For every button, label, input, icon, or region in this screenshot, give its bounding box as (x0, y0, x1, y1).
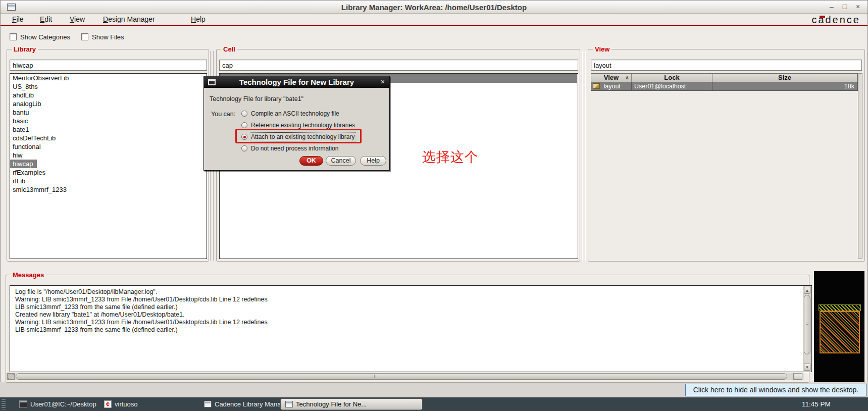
log-line: Created new library "bate1" at /home/Use… (15, 311, 800, 319)
library-item[interactable]: MentorObserverLib (10, 74, 207, 82)
window-icon (204, 401, 212, 407)
library-item[interactable]: ahdlLib (10, 91, 207, 99)
dialog-prompt: You can: (211, 111, 235, 118)
maximize-button[interactable]: □ (840, 2, 849, 12)
titlebar[interactable]: Library Manager: WorkArea: /home/User01/… (1, 1, 867, 14)
cancel-button[interactable]: Cancel (326, 156, 356, 166)
messages-log: Log file is "/home/User01/Desktop/libMan… (10, 285, 812, 372)
log-line: LIB smic13mmrf_1233 from the same file (… (15, 326, 800, 334)
scroll-up-icon[interactable]: ▲ (804, 287, 810, 294)
resize-grip-icon[interactable] (7, 373, 15, 380)
log-line: Warning: LIB smic13mmrf_1233 from File /… (15, 319, 800, 326)
view-panel-title: View (593, 45, 611, 53)
menu-help[interactable]: Help (191, 15, 206, 23)
view-size: 18k (712, 82, 857, 90)
menu-edit[interactable]: Edit (40, 15, 52, 23)
window-icon (285, 401, 293, 407)
library-item[interactable]: functional (10, 142, 207, 151)
library-item[interactable]: bate1 (10, 125, 207, 134)
cadence-logo: cadence (811, 14, 860, 26)
library-item[interactable]: cdsDefTechLib (10, 134, 207, 142)
messages-panel: Messages Log file is "/home/User01/Deskt… (6, 275, 809, 383)
scroll-down-icon[interactable]: ▼ (804, 364, 810, 371)
dialog-title: Technology File for New Library (204, 78, 389, 86)
radio-icon[interactable] (241, 145, 247, 151)
menu-design-manager[interactable]: Design Manager (103, 15, 155, 23)
library-item-selected[interactable]: hiwcap (10, 160, 37, 168)
cell-filter-input[interactable] (219, 60, 578, 71)
taskbar: User01@IC:~/Desktop ¢ virtuoso Cadence L… (0, 397, 868, 411)
library-filter-input[interactable] (10, 60, 207, 71)
ok-button[interactable]: OK (299, 156, 323, 166)
desktop: Library Manager: WorkArea: /home/User01/… (0, 0, 868, 411)
layout-preview-cell (820, 311, 860, 353)
minimize-button[interactable]: – (827, 2, 836, 12)
view-table: View ∧ Lock Size layout User01@localhost… (591, 73, 858, 91)
window-title: Library Manager: WorkArea: /home/User01/… (1, 3, 867, 12)
library-item[interactable]: bantu (10, 108, 207, 117)
taskbar-grip[interactable] (2, 399, 6, 409)
layout-view-icon (593, 83, 600, 89)
messages-vertical-scrollbar[interactable]: ▲ ▼ (803, 286, 811, 371)
lock-column-header[interactable]: Lock (632, 74, 712, 82)
show-categories-label: Show Categories (20, 33, 70, 41)
chinese-annotation: 选择这个 (422, 148, 479, 166)
taskbar-item-virtuoso[interactable]: ¢ virtuoso (104, 399, 138, 409)
show-files-checkbox[interactable] (81, 33, 88, 40)
size-column-header[interactable]: Size (712, 74, 857, 82)
library-item[interactable]: rfLib (10, 177, 207, 185)
view-scrollbar[interactable] (858, 73, 862, 259)
library-panel-title: Library (12, 45, 38, 53)
library-item[interactable]: US_8ths (10, 82, 207, 91)
messages-panel-title: Messages (11, 271, 46, 279)
splitter-cell-view[interactable] (582, 51, 586, 261)
layout-preview (814, 271, 864, 382)
library-panel: Library MentorObserverLib US_8ths ahdlLi… (7, 49, 209, 262)
lock-owner: User01@localhost (632, 82, 712, 90)
view-table-row[interactable]: layout User01@localhost 18k (591, 82, 858, 91)
show-files-label: Show Files (92, 33, 124, 41)
view-name: layout (603, 83, 620, 90)
library-list: MentorObserverLib US_8ths ahdlLib analog… (10, 73, 207, 259)
help-button[interactable]: Help (360, 156, 386, 166)
menubar: File Edit View Design Manager Help caden… (1, 14, 867, 25)
close-button[interactable]: × (853, 2, 862, 12)
menu-view[interactable]: View (70, 15, 85, 23)
technology-file-dialog: Technology File for New Library × Techno… (203, 76, 390, 171)
view-filter-input[interactable] (591, 60, 862, 71)
terminal-icon (19, 400, 27, 408)
radio-option-reference[interactable]: Reference existing technology libraries (241, 121, 355, 129)
library-item[interactable]: basic (10, 117, 207, 125)
dialog-close-icon[interactable]: × (381, 78, 385, 86)
messages-horizontal-scrollbar[interactable] (7, 373, 803, 380)
scrollbar-thumb[interactable] (16, 373, 787, 380)
scrollbar-thumb[interactable] (804, 295, 810, 354)
view-column-header[interactable]: View ∧ (591, 74, 632, 82)
dialog-intro: Technology File for library "bate1" (210, 95, 303, 102)
log-line: Warning: LIB smic13mmrf_1233 from File /… (15, 296, 800, 303)
show-categories-checkbox[interactable] (10, 33, 17, 40)
clock: 11:45 PM (802, 397, 831, 411)
radio-icon[interactable] (241, 122, 247, 128)
log-line: LIB smic13mmrf_1233 from the same file (… (15, 303, 800, 311)
library-manager-window: Library Manager: WorkArea: /home/User01/… (0, 0, 868, 382)
menu-file[interactable]: File (12, 15, 24, 23)
library-item[interactable]: analogLib (10, 99, 207, 108)
library-item[interactable]: smic13mmrf_1233 (10, 185, 207, 194)
scroll-right-icon[interactable] (793, 373, 802, 380)
library-item[interactable]: rfExamples (10, 168, 207, 177)
sort-asc-icon: ∧ (625, 74, 629, 82)
log-line: Log file is "/home/User01/Desktop/libMan… (15, 288, 800, 296)
radio-option-compile[interactable]: Compile an ASCII technology file (241, 110, 339, 118)
taskbar-item-terminal[interactable]: User01@IC:~/Desktop (19, 399, 96, 409)
taskbar-item-technology-file[interactable]: Technology File for Ne... (281, 399, 422, 409)
library-item[interactable]: hiw (10, 151, 207, 160)
red-highlight-box (235, 129, 362, 143)
taskbar-item-library-manager[interactable]: Cadence Library Mana... (204, 399, 286, 409)
layout-preview-top-hatch (819, 304, 861, 311)
virtuoso-icon: ¢ (104, 400, 112, 408)
radio-icon[interactable] (241, 111, 247, 117)
dialog-titlebar[interactable]: Technology File for New Library × (204, 76, 389, 88)
radio-option-no-process[interactable]: Do not need process information (241, 144, 338, 152)
show-desktop-tooltip: Click here to hide all windows and show … (685, 384, 866, 396)
